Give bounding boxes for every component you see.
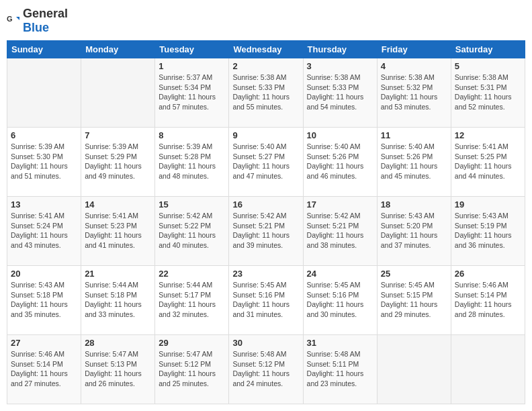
- logo-general: General: [23, 7, 68, 20]
- calendar-week-row: 1 Sunrise: 5:37 AMSunset: 5:34 PMDayligh…: [7, 58, 525, 128]
- day-info: Sunrise: 5:45 AMSunset: 5:16 PMDaylight:…: [307, 281, 364, 318]
- calendar-body: 1 Sunrise: 5:37 AMSunset: 5:34 PMDayligh…: [7, 58, 525, 404]
- day-number: 11: [381, 130, 447, 140]
- weekday-header: Wednesday: [229, 41, 303, 58]
- header: G General Blue: [7, 7, 525, 35]
- day-info: Sunrise: 5:46 AMSunset: 5:14 PMDaylight:…: [11, 350, 68, 387]
- calendar-cell: 7 Sunrise: 5:39 AMSunset: 5:29 PMDayligh…: [81, 128, 155, 197]
- calendar-cell: [377, 335, 451, 404]
- day-number: 20: [11, 269, 77, 279]
- day-info: Sunrise: 5:47 AMSunset: 5:12 PMDaylight:…: [159, 350, 216, 387]
- calendar-cell: 23 Sunrise: 5:45 AMSunset: 5:16 PMDaylig…: [229, 266, 303, 335]
- svg-text:G: G: [7, 15, 13, 23]
- day-number: 23: [232, 269, 299, 279]
- weekday-header: Tuesday: [155, 41, 229, 58]
- day-info: Sunrise: 5:40 AMSunset: 5:26 PMDaylight:…: [307, 142, 364, 180]
- day-number: 22: [159, 269, 225, 279]
- logo: G General Blue: [7, 7, 68, 35]
- day-number: 13: [11, 199, 77, 210]
- weekday-header: Saturday: [451, 41, 525, 58]
- calendar-cell: 9 Sunrise: 5:40 AMSunset: 5:27 PMDayligh…: [229, 128, 303, 197]
- weekday-header: Friday: [377, 41, 451, 58]
- day-info: Sunrise: 5:42 AMSunset: 5:22 PMDaylight:…: [159, 212, 216, 249]
- calendar-cell: 30 Sunrise: 5:48 AMSunset: 5:12 PMDaylig…: [229, 335, 303, 404]
- calendar-cell: 6 Sunrise: 5:39 AMSunset: 5:30 PMDayligh…: [7, 128, 81, 197]
- day-info: Sunrise: 5:41 AMSunset: 5:25 PMDaylight:…: [455, 142, 512, 180]
- logo-blue: Blue: [23, 21, 49, 34]
- day-number: 18: [381, 199, 447, 210]
- calendar-week-row: 13 Sunrise: 5:41 AMSunset: 5:24 PMDaylig…: [7, 197, 525, 266]
- day-number: 8: [159, 130, 225, 140]
- day-number: 10: [307, 130, 373, 140]
- calendar-cell: 15 Sunrise: 5:42 AMSunset: 5:22 PMDaylig…: [155, 197, 229, 266]
- day-info: Sunrise: 5:47 AMSunset: 5:13 PMDaylight:…: [85, 350, 142, 387]
- calendar-cell: 5 Sunrise: 5:38 AMSunset: 5:31 PMDayligh…: [451, 58, 525, 128]
- day-info: Sunrise: 5:38 AMSunset: 5:33 PMDaylight:…: [232, 73, 290, 111]
- calendar-cell: [81, 58, 155, 128]
- calendar-week-row: 20 Sunrise: 5:43 AMSunset: 5:18 PMDaylig…: [7, 266, 525, 335]
- day-info: Sunrise: 5:48 AMSunset: 5:12 PMDaylight:…: [232, 350, 290, 387]
- day-number: 31: [307, 338, 373, 348]
- calendar-cell: 11 Sunrise: 5:40 AMSunset: 5:26 PMDaylig…: [377, 128, 451, 197]
- day-info: Sunrise: 5:39 AMSunset: 5:28 PMDaylight:…: [159, 142, 216, 180]
- day-info: Sunrise: 5:40 AMSunset: 5:27 PMDaylight:…: [232, 142, 290, 180]
- day-info: Sunrise: 5:44 AMSunset: 5:18 PMDaylight:…: [85, 281, 142, 318]
- day-info: Sunrise: 5:39 AMSunset: 5:29 PMDaylight:…: [85, 142, 142, 180]
- calendar-cell: 4 Sunrise: 5:38 AMSunset: 5:32 PMDayligh…: [377, 58, 451, 128]
- day-number: 15: [159, 199, 225, 210]
- day-info: Sunrise: 5:43 AMSunset: 5:20 PMDaylight:…: [381, 212, 438, 249]
- day-number: 3: [307, 61, 373, 71]
- day-info: Sunrise: 5:45 AMSunset: 5:16 PMDaylight:…: [232, 281, 290, 318]
- calendar-cell: 12 Sunrise: 5:41 AMSunset: 5:25 PMDaylig…: [451, 128, 525, 197]
- day-number: 17: [307, 199, 373, 210]
- weekday-header: Thursday: [303, 41, 377, 58]
- day-info: Sunrise: 5:43 AMSunset: 5:18 PMDaylight:…: [11, 281, 68, 318]
- page: G General Blue SundayMondayTuesdayWednes…: [0, 0, 532, 411]
- calendar-cell: 28 Sunrise: 5:47 AMSunset: 5:13 PMDaylig…: [81, 335, 155, 404]
- calendar-cell: 16 Sunrise: 5:42 AMSunset: 5:21 PMDaylig…: [229, 197, 303, 266]
- calendar-cell: 21 Sunrise: 5:44 AMSunset: 5:18 PMDaylig…: [81, 266, 155, 335]
- weekday-header: Sunday: [7, 41, 81, 58]
- day-number: 30: [232, 338, 299, 348]
- day-number: 25: [381, 269, 447, 279]
- day-info: Sunrise: 5:37 AMSunset: 5:34 PMDaylight:…: [159, 73, 216, 111]
- day-number: 14: [85, 199, 151, 210]
- calendar-cell: [451, 335, 525, 404]
- day-number: 27: [11, 338, 77, 348]
- day-number: 16: [232, 199, 299, 210]
- day-number: 26: [455, 269, 521, 279]
- day-info: Sunrise: 5:44 AMSunset: 5:17 PMDaylight:…: [159, 281, 216, 318]
- day-info: Sunrise: 5:48 AMSunset: 5:11 PMDaylight:…: [307, 350, 364, 387]
- calendar-cell: 29 Sunrise: 5:47 AMSunset: 5:12 PMDaylig…: [155, 335, 229, 404]
- calendar-cell: 3 Sunrise: 5:38 AMSunset: 5:33 PMDayligh…: [303, 58, 377, 128]
- day-number: 19: [455, 199, 521, 210]
- calendar-week-row: 6 Sunrise: 5:39 AMSunset: 5:30 PMDayligh…: [7, 128, 525, 197]
- day-info: Sunrise: 5:45 AMSunset: 5:15 PMDaylight:…: [381, 281, 438, 318]
- day-number: 12: [455, 130, 521, 140]
- day-number: 4: [381, 61, 447, 71]
- day-info: Sunrise: 5:46 AMSunset: 5:14 PMDaylight:…: [455, 281, 512, 318]
- day-number: 28: [85, 338, 151, 348]
- calendar-cell: 2 Sunrise: 5:38 AMSunset: 5:33 PMDayligh…: [229, 58, 303, 128]
- calendar-cell: [7, 58, 81, 128]
- calendar-cell: 27 Sunrise: 5:46 AMSunset: 5:14 PMDaylig…: [7, 335, 81, 404]
- day-info: Sunrise: 5:41 AMSunset: 5:23 PMDaylight:…: [85, 212, 142, 249]
- day-info: Sunrise: 5:38 AMSunset: 5:32 PMDaylight:…: [381, 73, 438, 111]
- day-number: 21: [85, 269, 151, 279]
- calendar-cell: 1 Sunrise: 5:37 AMSunset: 5:34 PMDayligh…: [155, 58, 229, 128]
- day-number: 1: [159, 61, 225, 71]
- calendar-cell: 20 Sunrise: 5:43 AMSunset: 5:18 PMDaylig…: [7, 266, 81, 335]
- day-info: Sunrise: 5:42 AMSunset: 5:21 PMDaylight:…: [232, 212, 290, 249]
- logo-icon: G: [7, 14, 20, 28]
- calendar-cell: 26 Sunrise: 5:46 AMSunset: 5:14 PMDaylig…: [451, 266, 525, 335]
- day-info: Sunrise: 5:41 AMSunset: 5:24 PMDaylight:…: [11, 212, 68, 249]
- calendar-cell: 10 Sunrise: 5:40 AMSunset: 5:26 PMDaylig…: [303, 128, 377, 197]
- calendar-cell: 18 Sunrise: 5:43 AMSunset: 5:20 PMDaylig…: [377, 197, 451, 266]
- day-number: 7: [85, 130, 151, 140]
- calendar-cell: 31 Sunrise: 5:48 AMSunset: 5:11 PMDaylig…: [303, 335, 377, 404]
- day-info: Sunrise: 5:38 AMSunset: 5:33 PMDaylight:…: [307, 73, 364, 111]
- calendar-cell: 14 Sunrise: 5:41 AMSunset: 5:23 PMDaylig…: [81, 197, 155, 266]
- day-number: 24: [307, 269, 373, 279]
- calendar-cell: 17 Sunrise: 5:42 AMSunset: 5:21 PMDaylig…: [303, 197, 377, 266]
- day-number: 9: [232, 130, 299, 140]
